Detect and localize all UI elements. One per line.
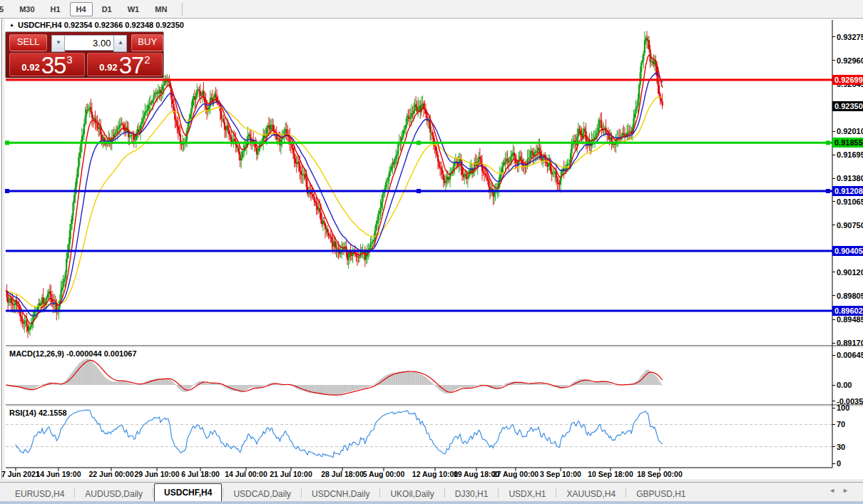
- sell-price-pip-digit: 3: [66, 53, 72, 66]
- buy-button[interactable]: BUY: [131, 34, 163, 51]
- chevron-down-icon: ▼: [56, 39, 61, 46]
- pane-separator[interactable]: [6, 345, 863, 346]
- rsi-tick: [832, 463, 835, 464]
- rsi-tick-label: 70: [837, 420, 862, 428]
- tab-separator: [74, 488, 75, 498]
- macd-tick: [832, 401, 835, 401]
- volume-stepper: ▼ ▲: [51, 35, 127, 51]
- volume-input[interactable]: [65, 35, 113, 51]
- price-tick-label: 0.91380: [837, 174, 862, 182]
- date-label: 18 Sep 00:00: [628, 470, 692, 478]
- chart-tab-usdx-h1[interactable]: USDX,H1: [499, 486, 555, 502]
- pane-separator[interactable]: [6, 404, 863, 405]
- chart-tab-usdchf-h4[interactable]: USDCHF,H4: [154, 483, 222, 502]
- rsi-line: [16, 410, 663, 458]
- ma-slow-line: [6, 97, 663, 307]
- rsi-tick: [832, 408, 835, 408]
- chart-tab-gbpusd-h1[interactable]: GBPUSD,H1: [627, 486, 695, 502]
- sell-button[interactable]: SELL: [9, 34, 47, 51]
- buy-price-pip-digit: 2: [144, 53, 150, 66]
- price-tick: [832, 155, 835, 155]
- tab-separator: [223, 488, 223, 498]
- macd-tick-label: 0.00: [837, 381, 862, 389]
- rsi-tick: [832, 446, 835, 447]
- volume-increase-button[interactable]: ▲: [113, 35, 127, 52]
- chart-tab-dj30-h1[interactable]: DJ30,H1: [446, 486, 498, 502]
- sell-price-button[interactable]: 0.92 35 3: [9, 53, 85, 76]
- terminal-window: 5M30H1H4D1W1MN ▲USDCHF,H4 0.92354 0.9236…: [0, 0, 863, 504]
- price-tick: [832, 36, 835, 37]
- price-tick-label: 0.92960: [837, 56, 862, 65]
- horizontal-level-lines[interactable]: [5, 80, 832, 311]
- buy-price-big-digits: 37: [119, 55, 144, 76]
- chart-tab-bar: EURUSD,H4AUDUSD,DailyUSDCHF,H4USDCAD,Dai…: [0, 482, 863, 502]
- hline-price-label: 0.89602: [832, 306, 863, 316]
- price-tick-label: 0.93275: [837, 33, 862, 41]
- price-tick: [832, 343, 835, 344]
- price-tick: [832, 178, 835, 179]
- price-tick: [832, 201, 835, 202]
- macd-histogram: [6, 359, 663, 396]
- chevron-up-icon: ▲: [118, 39, 123, 46]
- tab-scroll-arrows: ◄►: [829, 487, 856, 494]
- tab-separator: [301, 488, 302, 498]
- chart-tab-xauusd-h4[interactable]: XAUUSD,H4: [557, 486, 625, 502]
- hline-price-label: 0.90405: [832, 246, 863, 256]
- trade-panel-top-row: SELL ▼ ▲ BUY: [6, 34, 163, 51]
- price-tick-label: 0.89485: [837, 315, 862, 324]
- sell-price-big-digits: 35: [41, 55, 66, 76]
- rsi-gridlines: [6, 424, 832, 446]
- price-tick-label: 0.89805: [837, 292, 862, 300]
- rsi-tick-label: 100: [837, 403, 862, 412]
- hline-price-label: 0.91855: [832, 138, 863, 148]
- chart-tab-audusd-daily[interactable]: AUDUSD,Daily: [76, 486, 152, 502]
- price-tick: [832, 295, 835, 296]
- tab-separator: [153, 488, 153, 498]
- macd-tick: [832, 385, 835, 386]
- price-tick: [832, 131, 835, 132]
- one-click-trading-panel: SELL ▼ ▲ BUY 0.92 35 3 0.92 37 2: [5, 31, 164, 78]
- price-tick-label: 0.92010: [837, 127, 862, 135]
- chart-tab-eurusd-h4[interactable]: EURUSD,H4: [6, 486, 73, 502]
- price-tick: [832, 225, 835, 225]
- chart-title-text: USDCHF,H4 0.92354 0.92366 0.92348 0.9235…: [18, 21, 184, 29]
- chart-tab-usdcad-daily[interactable]: USDCAD,Daily: [224, 486, 300, 502]
- price-tick-label: 0.91065: [837, 197, 862, 206]
- tab-separator: [625, 488, 626, 498]
- macd-indicator-label: MACD(12,26,9) -0.000044 0.001067: [9, 349, 137, 358]
- price-tick-label: 0.91695: [837, 150, 862, 159]
- price-tick: [832, 272, 835, 272]
- tab-separator: [498, 488, 499, 498]
- price-tick: [832, 60, 835, 61]
- tab-separator: [379, 488, 380, 498]
- tab-separator: [556, 488, 556, 498]
- window-bottom-strip: [0, 501, 863, 504]
- buy-price-prefix: 0.92: [99, 62, 117, 73]
- rsi-indicator-label: RSI(14) 42.1558: [9, 408, 67, 417]
- trade-panel-price-row: 0.92 35 3 0.92 37 2: [6, 53, 163, 76]
- buy-price-button[interactable]: 0.92 37 2: [87, 53, 163, 76]
- sell-price-prefix: 0.92: [21, 62, 39, 73]
- hline-price-label: 0.92699: [832, 75, 863, 85]
- macd-tick: [832, 355, 835, 356]
- chart-title: ▲USDCHF,H4 0.92354 0.92366 0.92348 0.923…: [9, 21, 184, 29]
- macd-tick-label: 0.006451: [837, 351, 862, 359]
- volume-decrease-button[interactable]: ▼: [51, 35, 65, 52]
- rsi-tick: [832, 424, 835, 425]
- chart-tab-ukoil-daily[interactable]: UKOil,Daily: [381, 486, 443, 502]
- hline-price-label: 0.91208: [832, 186, 863, 196]
- price-tick-label: 0.90750: [837, 221, 862, 230]
- ma-fast-line: [6, 55, 663, 324]
- price-tick-label: 0.90120: [837, 268, 862, 277]
- tab-scroll-left-icon[interactable]: ◄: [829, 487, 842, 494]
- tab-scroll-right-icon[interactable]: ►: [842, 487, 856, 494]
- window-left-border: [1, 19, 2, 479]
- price-tick: [832, 319, 835, 320]
- collapse-triangle-icon[interactable]: ▲: [9, 22, 14, 27]
- current-price-label: 0.92350: [832, 101, 863, 111]
- window-left-border-highlight: [4, 19, 4, 479]
- tab-separator: [444, 488, 445, 498]
- chart-tab-usdcnh-daily[interactable]: USDCNH,Daily: [302, 486, 379, 502]
- rsi-tick-label: 30: [837, 443, 862, 451]
- rsi-tick-label: 0: [837, 459, 862, 468]
